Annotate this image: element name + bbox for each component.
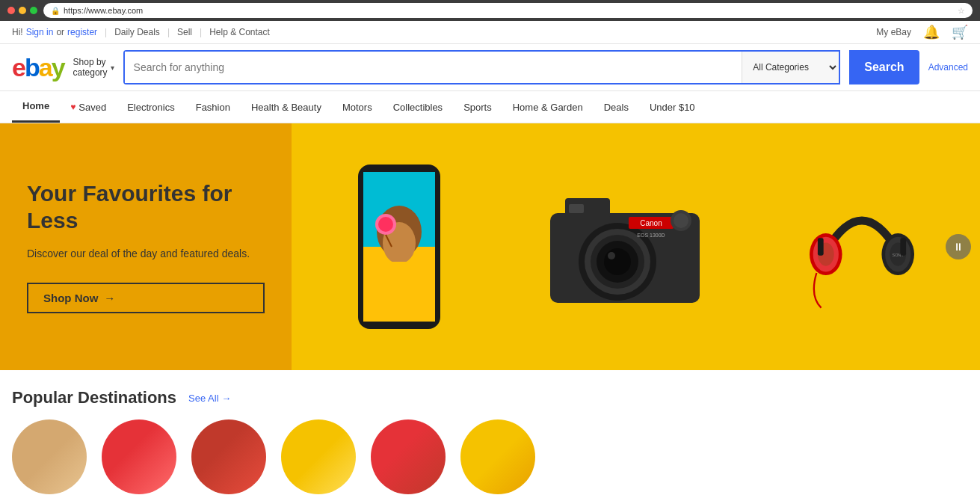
svg-point-15 bbox=[608, 252, 615, 259]
advanced-link[interactable]: Advanced bbox=[928, 62, 968, 73]
nav-under-10[interactable]: Under $10 bbox=[639, 93, 706, 122]
popular-header: Popular Destinations See All → bbox=[12, 388, 968, 408]
nav-collectibles[interactable]: Collectibles bbox=[383, 93, 453, 122]
svg-rect-4 bbox=[383, 262, 416, 322]
popular-circle-4 bbox=[281, 419, 356, 494]
address-bar[interactable]: 🔒 https://www.ebay.com ☆ bbox=[43, 3, 973, 18]
svg-rect-30 bbox=[900, 238, 906, 255]
popular-item-2[interactable] bbox=[102, 419, 176, 500]
phone-screen bbox=[363, 172, 435, 322]
svg-point-21 bbox=[674, 213, 688, 228]
hero-products-panel: Canon EOS 1300D bbox=[292, 123, 980, 370]
browser-dots bbox=[7, 7, 37, 14]
nav-deals[interactable]: Deals bbox=[594, 93, 639, 122]
hero-product-headphones: SONY bbox=[810, 123, 914, 370]
daily-deals-link[interactable]: Daily Deals bbox=[114, 27, 160, 37]
nav-home-garden[interactable]: Home & Garden bbox=[502, 93, 594, 122]
browser-chrome: 🔒 https://www.ebay.com ☆ bbox=[0, 0, 980, 21]
popular-circle-1 bbox=[12, 419, 87, 494]
popular-title: Popular Destinations bbox=[12, 388, 176, 408]
search-button[interactable]: Search bbox=[849, 50, 919, 84]
dot-close bbox=[7, 7, 15, 14]
phone-screen-art bbox=[363, 172, 435, 322]
my-ebay-link[interactable]: My eBay bbox=[876, 27, 911, 37]
pause-button[interactable]: ⏸ bbox=[946, 234, 971, 259]
url-text: https://www.ebay.com bbox=[64, 6, 143, 15]
camera-image: Canon EOS 1300D bbox=[543, 183, 707, 310]
ebay-logo[interactable]: ebay bbox=[12, 55, 64, 80]
popular-destinations-section: Popular Destinations See All → bbox=[0, 370, 980, 501]
shop-by-category[interactable]: Shop by category ▾ bbox=[73, 57, 114, 78]
popular-item-1[interactable] bbox=[12, 419, 87, 500]
navigation: Home ♥ Saved Electronics Fashion Health … bbox=[0, 91, 980, 123]
nav-fashion[interactable]: Fashion bbox=[185, 93, 241, 122]
popular-item-6[interactable] bbox=[460, 419, 535, 500]
popular-item-3[interactable] bbox=[191, 419, 266, 500]
headphones-image: SONY bbox=[810, 176, 914, 318]
lock-icon: 🔒 bbox=[51, 7, 60, 15]
popular-item-4[interactable] bbox=[281, 419, 356, 500]
phone-image bbox=[358, 165, 440, 329]
hero-product-phone bbox=[358, 123, 440, 370]
hero-product-camera: Canon EOS 1300D bbox=[543, 123, 707, 370]
arrow-icon: → bbox=[104, 292, 115, 304]
chevron-down-icon: ▾ bbox=[111, 64, 114, 72]
cart-icon[interactable]: 🛒 bbox=[952, 24, 968, 40]
nav-health-beauty[interactable]: Health & Beauty bbox=[241, 93, 332, 122]
hero-subtitle: Discover our deal of the day and feature… bbox=[27, 246, 265, 262]
shop-now-button[interactable]: Shop Now → bbox=[27, 283, 265, 313]
top-bar: Hi! Sign in or register | Daily Deals | … bbox=[0, 21, 980, 44]
search-input[interactable] bbox=[125, 52, 742, 83]
popular-circle-2 bbox=[102, 419, 176, 494]
heart-icon: ♥ bbox=[70, 102, 75, 112]
category-select[interactable]: All Categories bbox=[742, 52, 839, 83]
popular-items-list bbox=[12, 419, 968, 500]
logo-y: y bbox=[52, 53, 64, 82]
hero-banner: Your Favourites for Less Discover our de… bbox=[0, 123, 980, 370]
notifications-icon[interactable]: 🔔 bbox=[923, 24, 940, 40]
logo-a: a bbox=[39, 53, 52, 82]
hero-left-panel: Your Favourites for Less Discover our de… bbox=[0, 123, 292, 370]
nav-saved[interactable]: ♥ Saved bbox=[60, 93, 117, 122]
popular-circle-5 bbox=[371, 419, 446, 494]
search-bar: All Categories bbox=[123, 50, 841, 84]
greeting-text: Hi! bbox=[12, 27, 23, 37]
dot-minimize bbox=[19, 7, 26, 14]
help-contact-link[interactable]: Help & Contact bbox=[209, 27, 270, 37]
svg-rect-19 bbox=[569, 204, 584, 213]
header: ebay Shop by category ▾ All Categories S… bbox=[0, 44, 980, 91]
or-text: or bbox=[56, 27, 64, 37]
svg-point-6 bbox=[378, 217, 393, 232]
nav-electronics[interactable]: Electronics bbox=[117, 93, 185, 122]
svg-text:Canon: Canon bbox=[640, 219, 662, 227]
nav-motors[interactable]: Motors bbox=[332, 93, 383, 122]
popular-item-5[interactable] bbox=[371, 419, 446, 500]
svg-text:EOS 1300D: EOS 1300D bbox=[637, 233, 665, 238]
signin-link[interactable]: Sign in bbox=[26, 27, 54, 37]
svg-point-14 bbox=[604, 248, 631, 275]
hero-title: Your Favourites for Less bbox=[27, 180, 265, 234]
logo-b: b bbox=[25, 53, 39, 82]
top-bar-right: My eBay 🔔 🛒 bbox=[876, 24, 968, 40]
dot-maximize bbox=[30, 7, 37, 14]
nav-home[interactable]: Home bbox=[12, 91, 60, 123]
top-bar-left: Hi! Sign in or register | Daily Deals | … bbox=[12, 27, 270, 37]
see-all-arrow: → bbox=[221, 393, 231, 404]
popular-circle-3 bbox=[191, 419, 266, 494]
see-all-link[interactable]: See All → bbox=[188, 393, 231, 404]
logo-e: e bbox=[12, 53, 25, 82]
nav-sports[interactable]: Sports bbox=[453, 93, 502, 122]
bookmark-icon: ☆ bbox=[958, 6, 965, 16]
svg-rect-29 bbox=[817, 238, 823, 255]
register-link[interactable]: register bbox=[67, 27, 97, 37]
sell-link[interactable]: Sell bbox=[177, 27, 192, 37]
popular-circle-6 bbox=[460, 419, 535, 494]
shop-by-label: Shop by category bbox=[73, 57, 108, 78]
